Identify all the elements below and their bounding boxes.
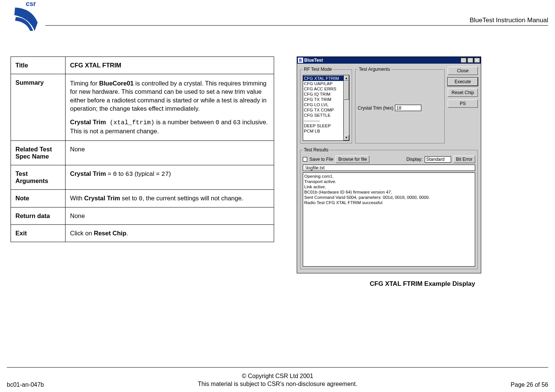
minimize-icon[interactable]: _ bbox=[460, 58, 467, 63]
rf-mode-item[interactable]: CFG XTAL FTRIM bbox=[303, 76, 343, 81]
footer-nda: This material is subject to CSR's non-di… bbox=[82, 380, 473, 388]
spec-val: CFG XTAL FTRIM bbox=[66, 57, 274, 74]
figure-column: B BlueTest _ □ × RF Test Mode CFG XTAL F… bbox=[297, 56, 548, 288]
rf-mode-item[interactable]: CFG IQ TRIM bbox=[303, 92, 343, 97]
rf-test-mode-group: RF Test Mode CFG XTAL FTRIMCFG UAP/LAPCF… bbox=[300, 67, 352, 143]
spec-key: Summary bbox=[11, 74, 66, 141]
footer-rule bbox=[7, 367, 548, 368]
rf-mode-item[interactable]: CFG ACC ERRS bbox=[303, 86, 343, 92]
logfile-path-input[interactable]: .\logfile.txt bbox=[303, 165, 475, 171]
window-titlebar[interactable]: B BlueTest _ □ × bbox=[297, 57, 481, 64]
rf-mode-listbox[interactable]: CFG XTAL FTRIMCFG UAP/LAPCFG ACC ERRSCFG… bbox=[303, 75, 343, 141]
ps-button[interactable]: PS bbox=[448, 99, 478, 108]
maximize-icon[interactable]: □ bbox=[467, 58, 473, 63]
figure-caption: CFG XTAL FTRIM Example Display bbox=[297, 280, 548, 288]
spec-column: Title CFG XTAL FTRIM Summary Timing for … bbox=[7, 56, 274, 242]
footer-copyright: © Copyright CSR Ltd 2001 bbox=[82, 372, 473, 380]
spec-key: Title bbox=[11, 57, 66, 74]
results-legend: Test Results bbox=[303, 147, 329, 153]
scroll-up-icon[interactable]: ▲ bbox=[344, 75, 349, 81]
crystal-trim-label: Crystal Trim (hex) bbox=[358, 105, 393, 111]
spec-val: Timing for BlueCore01 is controlled by a… bbox=[66, 74, 274, 141]
save-to-file-checkbox[interactable] bbox=[303, 157, 307, 162]
csr-logo: csr bbox=[11, 0, 40, 32]
rf-mode-item[interactable]: CFG LO LVL bbox=[303, 102, 343, 107]
page-header: csr BlueTest Instruction Manual bbox=[11, 0, 548, 32]
browse-button[interactable]: Browse for file bbox=[335, 156, 369, 163]
page-footer: bc01-an-047b © Copyright CSR Ltd 2001 Th… bbox=[7, 367, 548, 388]
table-row: Note With Crystal Trim set to 0, the cur… bbox=[11, 189, 274, 207]
execute-button[interactable]: Execute bbox=[448, 78, 478, 86]
spec-key: Exit bbox=[11, 224, 66, 242]
test-args-legend: Test Arguments bbox=[358, 67, 391, 72]
spec-table: Title CFG XTAL FTRIM Summary Timing for … bbox=[11, 56, 274, 242]
footer-doc-id: bc01-an-047b bbox=[7, 381, 82, 388]
header-rule bbox=[45, 25, 548, 26]
window-title: BlueTest bbox=[304, 58, 323, 63]
table-row: Exit Click on Reset Chip. bbox=[11, 224, 274, 242]
rf-mode-item[interactable]: CFG TX TRIM bbox=[303, 97, 343, 102]
rf-mode-item[interactable]: CFG TX COMP bbox=[303, 107, 343, 113]
close-icon[interactable]: × bbox=[474, 58, 480, 63]
rf-mode-item[interactable]: DEEP SLEEP bbox=[303, 123, 343, 128]
spec-key: Related Test Spec Name bbox=[11, 140, 66, 165]
bit-error-button[interactable]: Bit Error bbox=[453, 156, 475, 163]
spec-val: With Crystal Trim set to 0, the current … bbox=[66, 189, 274, 207]
spec-key: Note bbox=[11, 189, 66, 207]
rf-mode-item[interactable]: PCM LB bbox=[303, 128, 343, 134]
bluetest-window: B BlueTest _ □ × RF Test Mode CFG XTAL F… bbox=[297, 56, 481, 273]
table-row: Related Test Spec Name None bbox=[11, 140, 274, 165]
spec-key: Return data bbox=[11, 207, 66, 224]
spec-val: Click on Reset Chip. bbox=[66, 224, 274, 242]
rf-mode-item[interactable]: CFG UAP/LAP bbox=[303, 81, 343, 86]
close-button[interactable]: Close bbox=[448, 67, 478, 75]
rf-mode-legend: RF Test Mode bbox=[303, 67, 333, 72]
main-content: Title CFG XTAL FTRIM Summary Timing for … bbox=[7, 56, 548, 347]
spec-val: Crystal Trim = 0 to 63 (typical = 27) bbox=[66, 165, 274, 189]
rf-mode-item[interactable]: CFG SETTLE bbox=[303, 113, 343, 118]
table-row: Summary Timing for BlueCore01 is control… bbox=[11, 74, 274, 141]
scroll-thumb[interactable] bbox=[344, 81, 349, 100]
table-row: Return data None bbox=[11, 207, 274, 224]
spec-val: None bbox=[66, 207, 274, 224]
crystal-trim-input[interactable]: 18 bbox=[395, 105, 421, 111]
test-arguments-group: Test Arguments Crystal Trim (hex) 18 bbox=[355, 67, 445, 143]
display-label: Display: bbox=[406, 157, 422, 162]
rf-mode-item[interactable]: ----------- bbox=[303, 118, 343, 123]
table-row: Test Arguments Crystal Trim = 0 to 63 (t… bbox=[11, 165, 274, 189]
footer-page-number: Page 26 of 56 bbox=[473, 381, 548, 388]
display-select[interactable]: Standard bbox=[425, 156, 451, 163]
table-row: Title CFG XTAL FTRIM bbox=[11, 57, 274, 74]
spec-key: Test Arguments bbox=[11, 165, 66, 189]
log-output[interactable]: Opening com1. Transport active. Link act… bbox=[303, 172, 475, 267]
rf-mode-scrollbar[interactable]: ▲ ▼ bbox=[343, 75, 349, 141]
reset-chip-button[interactable]: Reset Chip bbox=[448, 88, 478, 97]
spec-val: None bbox=[66, 140, 274, 165]
save-to-file-label: Save to File bbox=[310, 157, 333, 162]
test-results-group: Test Results Save to File Browse for fil… bbox=[300, 147, 478, 269]
logo-text: csr bbox=[26, 0, 36, 8]
action-button-column: Close Execute Reset Chip PS bbox=[448, 67, 478, 108]
app-icon: B bbox=[298, 58, 303, 63]
scroll-down-icon[interactable]: ▼ bbox=[344, 135, 349, 140]
header-doc-title: BlueTest Instruction Manual bbox=[470, 17, 548, 24]
